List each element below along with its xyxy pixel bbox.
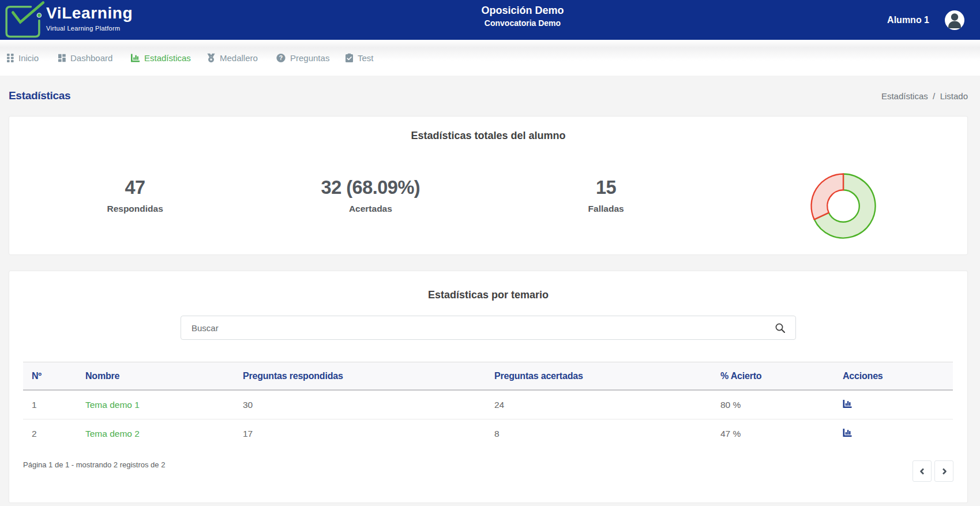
svg-text:?: ? — [279, 54, 283, 61]
